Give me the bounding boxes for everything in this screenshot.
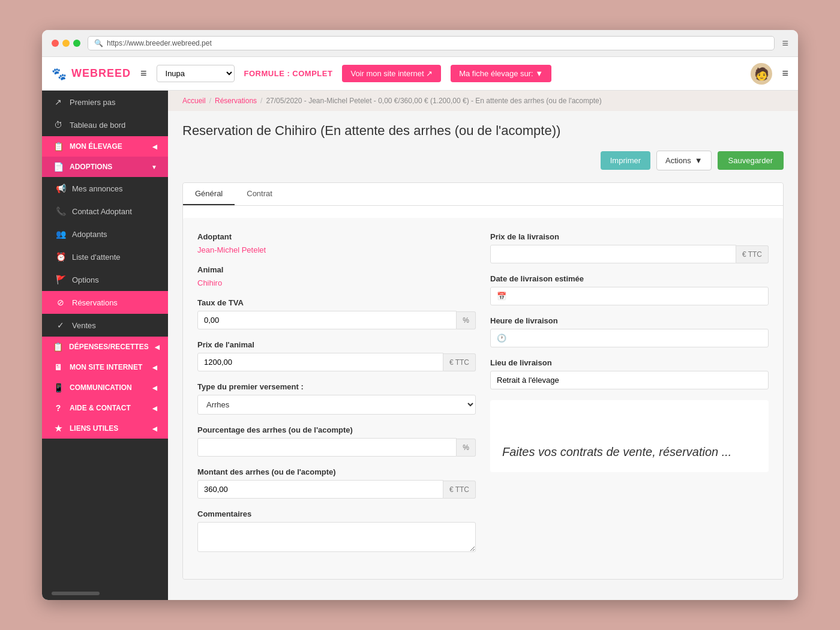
tab-general[interactable]: Général (183, 183, 235, 205)
sidebar-item-label: Options (72, 275, 99, 284)
sidebar-item-mon-site[interactable]: 🖥 MON SITE INTERNET ◀ (42, 357, 168, 377)
prix-livraison-unit: € TTC (736, 245, 769, 263)
sidebar-item-adoptions[interactable]: 📄 ADOPTIONS ▼ (42, 157, 168, 177)
montant-input[interactable] (197, 480, 443, 499)
voir-site-button[interactable]: Voir mon site internet ↗ (342, 65, 441, 82)
breadcrumb-accueil[interactable]: Accueil (182, 97, 206, 105)
adoptant-value[interactable]: Jean-Michel Petelet (197, 245, 266, 254)
sidebar-item-label: Liste d'attente (72, 253, 121, 262)
pourcentage-label: Pourcentage des arrhes (ou de l'acompte) (197, 425, 476, 434)
callout-box: Faites vos contrats de vente, réservatio… (490, 400, 769, 472)
heure-livraison-input[interactable]: 🕐 (490, 329, 769, 347)
url-text: https://www.breeder.webreed.pet (107, 39, 212, 47)
type-versement-group: Type du premier versement : Arrhes Acomp… (197, 382, 476, 415)
chevron-left-icon: ◀ (152, 143, 157, 150)
logo-area: 🐾 WEBREED (52, 67, 131, 81)
mon-elevage-icon: 📋 (53, 142, 64, 151)
logo-text: WEBREED (71, 67, 131, 80)
tableau-bord-icon: ⏱ (53, 120, 64, 130)
commentaires-input[interactable] (197, 522, 476, 552)
sidebar-item-label: Ventes (72, 321, 96, 330)
address-bar[interactable]: 🔍 https://www.breeder.webreed.pet (88, 36, 775, 50)
communication-icon: 📱 (53, 383, 64, 392)
heure-livraison-label: Heure de livraison (490, 316, 769, 325)
commentaires-group: Commentaires (197, 509, 476, 554)
sidebar-item-ventes[interactable]: ✓ Ventes (42, 314, 168, 337)
sidebar-item-label: Réservations (72, 298, 118, 307)
adoptants-icon: 👥 (55, 229, 66, 239)
sidebar-item-premiers-pas[interactable]: ↗ Premiers pas (42, 91, 168, 113)
tva-label: Taux de TVA (197, 298, 476, 307)
dot-red[interactable] (52, 40, 59, 47)
dot-green[interactable] (73, 40, 80, 47)
imprimer-button[interactable]: Imprimer (601, 151, 650, 170)
sidebar-item-label: DÉPENSES/RECETTES (69, 343, 149, 351)
chevron-down-icon: ▼ (151, 164, 157, 170)
prix-livraison-label: Prix de la livraison (490, 232, 769, 241)
right-menu-icon[interactable]: ≡ (782, 67, 788, 80)
chevron-left-icon-6: ◀ (152, 425, 157, 432)
browser-menu-icon[interactable]: ≡ (782, 37, 788, 50)
hamburger-icon[interactable]: ≡ (140, 67, 147, 80)
liens-icon: ★ (53, 424, 64, 433)
sidebar-item-label: Tableau de bord (70, 121, 125, 130)
tva-group: Taux de TVA % (197, 298, 476, 329)
sidebar-item-liens-utiles[interactable]: ★ LIENS UTILES ◀ (42, 418, 168, 439)
sidebar-item-communication[interactable]: 📱 COMMUNICATION ◀ (42, 377, 168, 398)
adoptant-label: Adoptant (197, 232, 476, 241)
sidebar-item-reservations[interactable]: ⊘ Réservations (42, 291, 168, 314)
actions-button[interactable]: Actions ▼ (656, 151, 712, 170)
tab-contrat[interactable]: Contrat (235, 183, 284, 205)
date-livraison-group: Date de livraison estimée 📅 (490, 274, 769, 305)
animal-value[interactable]: Chihiro (197, 278, 222, 287)
sauvegarder-button[interactable]: Sauvegarder (718, 151, 784, 170)
sidebar-item-tableau-de-bord[interactable]: ⏱ Tableau de bord (42, 113, 168, 136)
montant-group: Montant des arrhes (ou de l'acompte) € T… (197, 467, 476, 499)
sidebar-item-options[interactable]: 🚩 Options (42, 268, 168, 291)
sidebar-item-label: MON ÉLEVAGE (70, 142, 122, 151)
sidebar-item-label: Mes annonces (72, 184, 123, 193)
sidebar-item-mes-annonces[interactable]: 📢 Mes annonces (42, 177, 168, 200)
avatar[interactable]: 🧑 (751, 63, 772, 85)
prix-livraison-input[interactable] (490, 245, 736, 263)
sidebar-item-label: ADOPTIONS (70, 163, 112, 171)
prix-animal-input-wrapper: € TTC (197, 353, 476, 371)
sidebar-item-label: Contact Adoptant (72, 207, 132, 216)
sidebar-item-contact-adoptant[interactable]: 📞 Contact Adoptant (42, 200, 168, 223)
chevron-left-icon-3: ◀ (152, 364, 157, 371)
chevron-left-icon-2: ◀ (155, 344, 160, 350)
depenses-icon: 📋 (53, 342, 63, 352)
dot-yellow[interactable] (62, 40, 70, 47)
prix-animal-group: Prix de l'animal € TTC (197, 340, 476, 371)
date-livraison-input[interactable]: 📅 (490, 287, 769, 305)
sidebar-item-adoptants[interactable]: 👥 Adoptants (42, 223, 168, 245)
adoptant-group: Adoptant Jean-Michel Petelet (197, 232, 476, 254)
sidebar-item-liste-attente[interactable]: ⏰ Liste d'attente (42, 245, 168, 268)
page-title: Reservation de Chihiro (En attente des a… (182, 123, 784, 139)
sidebar-item-label: MON SITE INTERNET (70, 363, 142, 371)
adoptions-icon: 📄 (53, 162, 64, 172)
lieu-livraison-label: Lieu de livraison (490, 358, 769, 367)
lieu-livraison-input[interactable]: Retrait à l'élevage (490, 371, 769, 389)
sidebar-item-label: COMMUNICATION (70, 383, 132, 392)
type-versement-select[interactable]: Arrhes Acompte (197, 395, 476, 415)
tva-input[interactable] (197, 311, 457, 329)
pourcentage-input[interactable] (197, 438, 457, 457)
animal-group: Animal Chihiro (197, 265, 476, 287)
tabs-bar: Général Contrat (183, 183, 783, 206)
prix-animal-input[interactable] (197, 353, 443, 371)
clock-icon: 🕐 (497, 334, 506, 343)
breadcrumb: Accueil / Réservations / 27/05/2020 - Je… (168, 91, 798, 111)
sidebar-scrollbar[interactable] (52, 592, 100, 595)
sidebar-item-mon-elevage[interactable]: 📋 MON ÉLEVAGE ◀ (42, 136, 168, 157)
montant-unit: € TTC (443, 481, 476, 499)
callout-text: Faites vos contrats de vente, réservatio… (502, 443, 731, 460)
fiche-elevage-button[interactable]: Ma fiche élevage sur: ▼ (451, 65, 551, 82)
sidebar-item-label: Premiers pas (70, 98, 116, 107)
sidebar-item-depenses-recettes[interactable]: 📋 DÉPENSES/RECETTES ◀ (42, 337, 168, 357)
form-card: Adoptant Jean-Michel Petelet Animal Chih… (183, 218, 783, 579)
farm-selector[interactable]: Inupa (157, 65, 235, 82)
breadcrumb-reservations[interactable]: Réservations (215, 97, 257, 105)
sidebar-item-aide-contact[interactable]: ? AIDE & CONTACT ◀ (42, 398, 168, 418)
reservations-icon: ⊘ (55, 298, 66, 307)
